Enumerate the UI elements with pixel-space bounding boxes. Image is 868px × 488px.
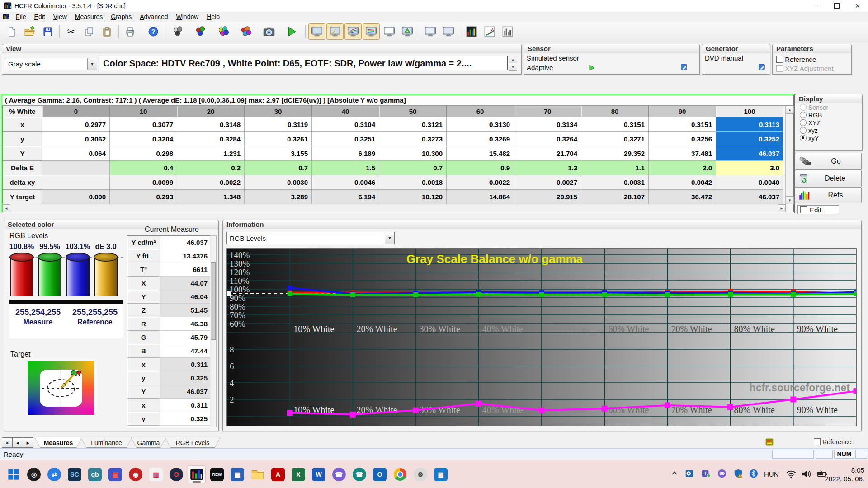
measure-cell-y-100[interactable]: 46.037	[716, 146, 783, 161]
measure-cell-y-90[interactable]: 37.481	[649, 146, 716, 161]
measure-cell-y-target-20[interactable]: 1.348	[177, 190, 245, 204]
measure-cell-y-target-0[interactable]: 0.000	[42, 190, 110, 204]
measure-cell-y-0[interactable]: 0.064	[42, 146, 110, 161]
radio-icon[interactable]	[800, 112, 807, 118]
chevron-down-icon[interactable]: ▼	[87, 58, 97, 70]
measure-cell-delta-xy-20[interactable]: 0.0022	[177, 175, 245, 190]
measure-cell-y-target-50[interactable]: 10.120	[379, 190, 447, 204]
taskbar-levels-app-icon[interactable]: ▥	[147, 465, 165, 483]
measures-col-header-20[interactable]: 20	[177, 106, 245, 117]
measure-cell-x-20[interactable]: 0.3148	[177, 117, 245, 132]
measure-cell-x-0[interactable]: 0.2977	[42, 117, 110, 132]
measure-cell-x-10[interactable]: 0.3077	[110, 117, 177, 132]
measures-col-header-30[interactable]: 30	[245, 106, 312, 117]
measure-cell-delta-e-10[interactable]: 0.4	[110, 161, 177, 175]
view-select[interactable]: Gray scale ▼	[5, 58, 97, 70]
measure-cell-y-50[interactable]: 0.3273	[379, 132, 447, 146]
taskbar-file-explorer-icon[interactable]	[249, 465, 267, 483]
next-tab-icon[interactable]: ►	[23, 437, 33, 448]
measure-cell-delta-e-0[interactable]	[42, 161, 110, 175]
measure-cell-y-target-80[interactable]: 28.107	[581, 190, 649, 204]
measure-cell-delta-xy-80[interactable]: 0.0031	[581, 175, 649, 190]
notification-icon[interactable]	[765, 437, 774, 448]
measure-cell-delta-e-90[interactable]: 2.0	[649, 161, 716, 175]
chart-curves-button[interactable]	[481, 23, 498, 40]
measure-cell-y-target-10[interactable]: 0.293	[110, 190, 177, 204]
measure-cell-y-30[interactable]: 3.155	[245, 146, 312, 161]
measure-cell-y-80[interactable]: 29.352	[581, 146, 649, 161]
measures-col-header-40[interactable]: 40	[312, 106, 379, 117]
measure-cell-y-40[interactable]: 6.189	[312, 146, 379, 161]
measures-col-header-90[interactable]: 90	[649, 106, 716, 117]
chart-gray-histogram-button[interactable]	[499, 23, 516, 40]
scroll-left-icon[interactable]: ◄	[2, 204, 10, 212]
measure-cell-y-40[interactable]: 0.3251	[312, 132, 379, 146]
tray-language-indicator[interactable]: HUN	[764, 470, 779, 478]
menu-item-measures[interactable]: Measures	[71, 12, 107, 21]
taskbar-start-icon[interactable]	[5, 465, 23, 483]
tray-security-shield-icon[interactable]	[733, 469, 743, 479]
measures-horizontal-scrollbar[interactable]: ◄ ►	[2, 204, 786, 212]
prev-tab-icon[interactable]: ◄	[12, 437, 23, 448]
measure-cell-delta-xy-10[interactable]: 0.0099	[110, 175, 177, 190]
taskbar-intel-graphics-icon[interactable]: ▥	[432, 465, 450, 483]
taskbar-settings-icon[interactable]: ⚙	[411, 465, 429, 483]
measures-col-header-60[interactable]: 60	[447, 106, 514, 117]
measure-cell-x-70[interactable]: 0.3134	[514, 117, 581, 132]
measure-cell-x-60[interactable]: 0.3130	[447, 117, 514, 132]
colorspace-spin-down[interactable]: ▼	[509, 63, 517, 71]
measure-cell-y-80[interactable]: 0.3271	[581, 132, 649, 146]
menu-item-view[interactable]: View	[49, 12, 71, 21]
cut-button[interactable]: ✂	[62, 23, 80, 40]
measure-cell-y-target-60[interactable]: 14.864	[447, 190, 514, 204]
measures-col-header-100[interactable]: 100	[716, 106, 783, 117]
taskbar-opera-icon[interactable]: O	[167, 465, 185, 483]
delete-button[interactable]: Delete	[795, 170, 862, 187]
tab-measures[interactable]: Measures	[34, 437, 82, 448]
measure-cell-y-70[interactable]: 0.3264	[514, 132, 581, 146]
menu-item-file[interactable]: File	[12, 12, 30, 21]
edit-checkbox[interactable]	[800, 206, 807, 213]
measure-cell-x-50[interactable]: 0.3121	[379, 117, 447, 132]
go-button[interactable]: Go	[795, 153, 862, 170]
measures-col-header-0[interactable]: 0	[42, 106, 110, 117]
display-option-xyz[interactable]: XYZ	[795, 119, 862, 127]
measure-cell-delta-xy-40[interactable]: 0.0046	[312, 175, 379, 190]
reference-toggle-checkbox[interactable]	[814, 438, 821, 445]
measure-cell-y-50[interactable]: 10.300	[379, 146, 447, 161]
copy-button[interactable]	[80, 23, 98, 40]
taskbar-word-icon[interactable]: W	[310, 465, 328, 483]
measure-cell-y-70[interactable]: 21.704	[514, 146, 581, 161]
measure-cell-delta-e-70[interactable]: 1.3	[514, 161, 581, 175]
taskbar-calculator-icon[interactable]: ▦	[228, 465, 246, 483]
measure-cell-y-100[interactable]: 0.3252	[716, 132, 783, 146]
measure-cell-y-10[interactable]: 0.3204	[110, 132, 177, 146]
measure-secondaries-button[interactable]	[213, 23, 235, 41]
paste-button[interactable]	[99, 23, 116, 40]
tray-volume-icon[interactable]	[801, 469, 812, 479]
measure-cell-y-20[interactable]: 1.231	[177, 146, 245, 161]
view-rgb-levels-button[interactable]	[363, 23, 380, 40]
measure-cell-x-30[interactable]: 0.3119	[245, 117, 312, 132]
measure-cell-x-90[interactable]: 0.3151	[649, 117, 716, 132]
taskbar-excel-icon[interactable]: X	[289, 465, 307, 483]
measures-vertical-scrollbar[interactable]: ▲ ▼	[785, 106, 793, 204]
menu-item-help[interactable]: Help	[203, 12, 224, 21]
radio-icon[interactable]	[800, 119, 807, 126]
open-button[interactable]	[21, 23, 38, 40]
tray-wifi-icon[interactable]	[786, 469, 797, 479]
menu-item-graphs[interactable]: Graphs	[107, 12, 136, 21]
edit-checkbox-row[interactable]: Edit	[797, 205, 839, 214]
measure-cell-y-20[interactable]: 0.3284	[177, 132, 245, 146]
measure-cell-delta-xy-100[interactable]: 0.0040	[716, 175, 783, 190]
taskbar-acrobat-icon[interactable]: A	[269, 465, 287, 483]
taskbar-viber-icon[interactable]: ☎	[330, 465, 348, 483]
measure-cell-y-10[interactable]: 0.298	[110, 146, 177, 161]
measure-cell-delta-e-20[interactable]: 0.2	[177, 161, 245, 175]
taskbar-call-app-icon[interactable]: ☎	[350, 465, 368, 483]
display-option-xyy[interactable]: xyY	[795, 134, 862, 142]
view-free-measures-button[interactable]	[308, 23, 326, 40]
new-button[interactable]	[3, 23, 20, 40]
menu-item-window[interactable]: Window	[172, 12, 203, 21]
measure-grayscale-button[interactable]	[168, 23, 189, 41]
